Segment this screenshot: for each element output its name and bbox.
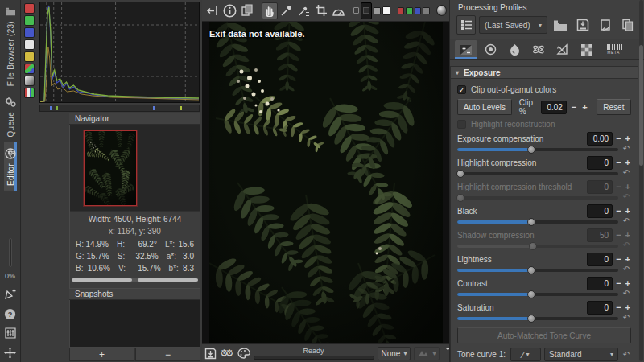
navigator-thumbnail[interactable] — [84, 130, 137, 206]
histogram-chromaticity-toggle[interactable] — [24, 51, 35, 62]
tab-advanced[interactable] — [527, 40, 550, 59]
background-color-black-button[interactable] — [361, 2, 372, 19]
load-profile-icon[interactable] — [551, 15, 570, 35]
scrollbar-thumb[interactable] — [639, 45, 643, 166]
send-to-editor-icon[interactable] — [237, 346, 250, 360]
slider-track[interactable] — [457, 220, 618, 224]
reset-slider-icon[interactable]: ↶ — [621, 314, 631, 322]
reset-slider-icon[interactable]: ↶ — [621, 290, 631, 298]
tab-detail[interactable] — [479, 40, 502, 59]
histogram-luminosity-toggle[interactable] — [24, 39, 35, 50]
navigator-header[interactable]: Navigator — [69, 113, 200, 125]
increment-button[interactable]: + — [625, 278, 631, 288]
lockable-picker-icon[interactable] — [296, 2, 312, 19]
slider-value[interactable]: 0 — [587, 253, 613, 266]
image-info-icon[interactable] — [221, 2, 237, 19]
slider-knob[interactable] — [527, 146, 535, 154]
save-profile-icon[interactable] — [573, 15, 592, 35]
before-after-view-icon[interactable] — [239, 2, 254, 19]
decrement-button[interactable]: − — [615, 254, 621, 264]
reset-curve-icon[interactable]: ↶ — [621, 351, 631, 359]
tab-metadata[interactable]: META — [600, 40, 627, 59]
hand-tool-icon[interactable] — [262, 2, 278, 19]
tab-editor[interactable]: Editor — [4, 142, 17, 191]
slider-track[interactable] — [457, 172, 618, 175]
filmstrip-zoom-slider[interactable] — [9, 238, 12, 267]
color-picker-icon[interactable] — [279, 2, 295, 19]
increment-button[interactable]: + — [625, 254, 631, 264]
increment-button[interactable]: + — [625, 302, 631, 312]
checkbox-unchecked[interactable] — [457, 120, 466, 129]
tone-curve-1-mode-select[interactable]: Standard ▾ — [544, 348, 618, 361]
tab-exposure[interactable] — [455, 40, 477, 59]
histogram-raw-toggle[interactable] — [24, 64, 35, 74]
slider-knob[interactable] — [527, 290, 535, 298]
histogram-bar-mode-toggle[interactable] — [24, 76, 35, 86]
tone-curve-1-type-select[interactable]: ∕ ▾ — [510, 348, 541, 361]
tab-file-browser[interactable]: File Browser (23) — [4, 0, 17, 91]
paste-profile-icon[interactable] — [596, 15, 615, 35]
clip-decrement-button[interactable]: − — [571, 102, 577, 112]
remove-snapshot-button[interactable]: − — [135, 348, 200, 361]
decrement-button[interactable]: − — [615, 206, 621, 216]
save-image-icon[interactable] — [204, 346, 217, 360]
red-channel-preview-button[interactable] — [398, 7, 404, 14]
add-snapshot-button[interactable]: + — [69, 348, 134, 361]
checkbox-checked[interactable]: ✓ — [457, 85, 466, 94]
histogram-red-toggle[interactable] — [24, 3, 35, 14]
green-channel-preview-button[interactable] — [406, 7, 412, 14]
image-canvas[interactable]: Exif data not available. — [202, 22, 449, 343]
slider-track[interactable] — [457, 317, 618, 320]
reset-slider-icon[interactable]: ↶ — [621, 265, 631, 274]
slider-knob[interactable] — [456, 170, 464, 178]
auto-matched-tone-curve-button[interactable]: Auto-Matched Tone Curve — [457, 327, 631, 343]
reset-slider-icon[interactable]: ↶ — [621, 217, 631, 225]
detach-panel-icon[interactable] — [2, 286, 19, 302]
scrollbar-thumb[interactable] — [138, 278, 198, 282]
tab-queue[interactable]: Queue — [4, 91, 17, 142]
snapshots-list[interactable] — [69, 300, 200, 348]
slider-track[interactable] — [457, 269, 618, 272]
histogram-rgb-indicator-toggle[interactable] — [24, 88, 35, 98]
scrollbar-thumb[interactable] — [72, 278, 132, 282]
help-icon[interactable]: ? — [2, 306, 19, 322]
slider-track[interactable] — [457, 293, 618, 296]
copy-profile-icon[interactable] — [618, 15, 638, 35]
reset-slider-icon[interactable]: ↶ — [621, 145, 631, 153]
straighten-tool-icon[interactable] — [331, 2, 346, 19]
histogram-blue-toggle[interactable] — [24, 27, 35, 38]
increment-button[interactable]: + — [625, 206, 631, 216]
histogram-plot[interactable] — [39, 2, 200, 103]
navigator-scrollbar[interactable] — [72, 278, 198, 282]
right-panel-scrollbar[interactable] — [639, 0, 643, 361]
slider-knob[interactable] — [527, 315, 535, 323]
zoom-fit-select[interactable]: None ▾ — [378, 347, 411, 360]
decrement-button[interactable]: − — [615, 134, 621, 143]
slider-value[interactable]: 0 — [587, 156, 613, 170]
blue-channel-preview-button[interactable] — [415, 7, 421, 14]
profile-select[interactable]: (Last Saved) ▾ — [479, 16, 547, 34]
add-to-queue-icon[interactable]: ⚙⚙ — [220, 346, 234, 360]
crop-tool-icon[interactable] — [313, 2, 328, 19]
reset-slider-icon[interactable]: ↶ — [621, 169, 631, 177]
clip-out-of-gamut-row[interactable]: ✓ Clip out-of-gamut colors — [457, 83, 631, 96]
hide-left-panel-icon[interactable] — [204, 2, 220, 19]
show-hide-panels-icon[interactable] — [2, 325, 19, 341]
histogram-green-toggle[interactable] — [24, 15, 35, 26]
snapshots-header[interactable]: Snapshots — [69, 289, 200, 300]
reset-button[interactable]: Reset — [597, 99, 631, 115]
slider-track[interactable] — [457, 148, 618, 151]
move-pan-icon[interactable] — [2, 344, 19, 360]
decrement-button[interactable]: − — [615, 302, 621, 312]
tab-raw[interactable] — [576, 40, 598, 59]
highlight-reconstruction-row[interactable]: Highlight reconstruction — [457, 119, 631, 130]
tab-color[interactable] — [503, 40, 526, 59]
decrement-button[interactable]: − — [615, 278, 621, 288]
soft-proofing-icon[interactable] — [436, 5, 447, 16]
background-color-gray-button[interactable] — [374, 7, 380, 14]
output-profile-select[interactable]: ▾ — [414, 347, 440, 360]
slider-value[interactable]: 0 — [587, 204, 613, 218]
tab-transform[interactable] — [551, 40, 574, 59]
slider-knob[interactable] — [527, 218, 535, 226]
increment-button[interactable]: + — [625, 134, 631, 143]
